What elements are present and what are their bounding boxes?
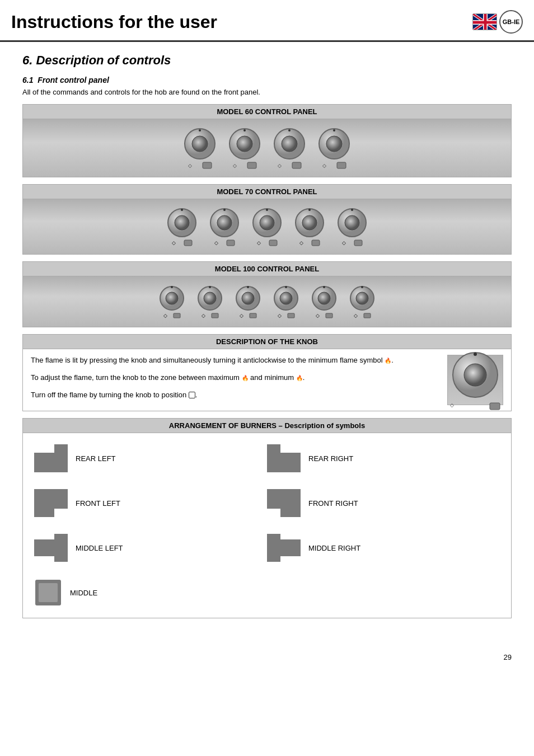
knob-svg-3 [273,127,306,161]
svg-rect-24 [337,162,346,168]
svg-rect-60 [288,313,294,318]
svg-rect-36 [269,240,277,246]
knob-unit-70-2: ◇ [209,207,240,246]
svg-rect-12 [203,162,212,168]
page-header: Instructions for the user GB-IE [0,0,534,42]
svg-point-18 [282,136,297,152]
svg-point-27 [181,209,183,211]
knob-svg-4 [317,127,351,161]
knob-unit-100-3: ◇ [235,285,261,318]
burner-item-rear-right: REAR RIGHT [267,439,500,478]
burner-placeholder [267,573,500,612]
svg-point-10 [192,136,208,152]
section-title: 6. Description of controls [22,53,512,68]
knob-svg-2 [228,127,261,161]
knob-symbol-1 [202,162,212,169]
burner-item-front-right: FRONT RIGHT [267,483,500,523]
burner-label-middle-left: MIDDLE LEFT [76,544,123,552]
burner-item-middle: MIDDLE [34,573,267,612]
svg-point-62 [318,292,330,304]
svg-rect-72 [490,403,500,410]
svg-rect-20 [292,162,301,168]
burner-label-front-left: FRONT LEFT [76,499,120,508]
burner-label-front-right: FRONT RIGHT [308,499,358,508]
svg-point-22 [326,136,342,152]
svg-point-15 [243,129,246,132]
subsection-title: 6.1 Front control panel [22,76,512,84]
knob-unit-1: ◇ [183,127,217,169]
svg-point-71 [474,353,477,356]
svg-rect-8 [484,14,487,30]
svg-rect-56 [250,313,256,318]
svg-rect-40 [312,240,320,246]
svg-rect-64 [326,313,332,318]
svg-rect-52 [212,313,218,318]
knob-unit-70-1: ◇ [166,207,198,246]
burner-icon-front-left [34,489,68,517]
knob-unit-100-5: ◇ [311,285,338,318]
knob-unit-100-6: ◇ [349,285,376,318]
model70-panel: MODEL 70 CONTROL PANEL ◇ ◇ ◇ ◇ ◇ [22,184,512,255]
svg-point-47 [171,286,173,288]
burner-label-rear-left: REAR LEFT [76,454,116,463]
svg-point-23 [333,129,335,132]
svg-point-58 [280,292,292,304]
svg-rect-68 [364,313,371,318]
knob-description-section: DESCRIPTION OF THE KNOB The flame is lit… [22,334,512,411]
knob-unit-70-4: ◇ [294,207,325,246]
knob-symbol-2 [247,162,257,169]
svg-marker-73 [34,444,68,472]
svg-point-51 [209,286,211,288]
burner-arrangement-section: ARRANGEMENT OF BURNERS – Description of … [22,418,512,618]
knob-unit-100-4: ◇ [273,285,299,318]
svg-point-54 [242,292,254,304]
svg-rect-16 [247,162,256,168]
burner-item-middle-left: MIDDLE LEFT [34,528,267,567]
svg-point-50 [204,292,216,304]
intro-text: All of the commands and controls for the… [22,88,512,96]
country-badge: GB-IE [472,10,523,34]
knob-symbol-4 [336,162,346,169]
main-content: 6. Description of controls 6.1 Front con… [0,42,534,647]
svg-marker-74 [267,444,301,472]
svg-point-59 [285,286,287,288]
burner-icon-front-right [267,489,301,517]
burner-icon-middle [34,579,62,607]
svg-point-42 [345,215,359,230]
svg-point-11 [199,129,201,132]
svg-marker-75 [34,489,68,517]
svg-point-67 [361,286,363,288]
svg-point-55 [247,286,249,288]
svg-point-31 [223,209,226,211]
svg-point-63 [323,286,325,288]
svg-point-19 [288,129,291,132]
svg-point-38 [302,215,317,230]
svg-point-35 [266,209,268,211]
svg-marker-76 [267,489,301,517]
svg-rect-48 [174,313,180,318]
burner-icon-rear-right [267,444,301,472]
model60-header: MODEL 60 CONTROL PANEL [23,105,511,119]
svg-point-14 [237,136,252,152]
knob-illustration: ◇ [447,355,503,405]
model70-body: ◇ ◇ ◇ ◇ ◇ [23,199,511,254]
svg-point-39 [308,209,311,211]
burner-item-middle-right: MIDDLE RIGHT [267,528,500,567]
knob-unit-4: ◇ [317,127,351,169]
burner-item-rear-left: REAR LEFT [34,439,267,478]
burner-label-rear-right: REAR RIGHT [308,454,353,463]
svg-marker-78 [267,534,301,562]
svg-marker-77 [34,534,68,562]
knob-desc-header: DESCRIPTION OF THE KNOB [23,335,511,349]
burner-icon-middle-right [267,534,301,562]
gb-ie-badge: GB-IE [499,10,523,34]
model60-body: ◇ ◇ [23,119,511,177]
svg-rect-80 [39,583,58,602]
knob-unit-70-3: ◇ [251,207,283,246]
burner-icon-middle-left [34,534,68,562]
page-number: 29 [0,647,534,667]
model100-header: MODEL 100 CONTROL PANEL [23,262,511,276]
knob-unit-3: ◇ [273,127,306,169]
burner-icon-rear-left [34,444,68,472]
knob-unit-2: ◇ [228,127,261,169]
